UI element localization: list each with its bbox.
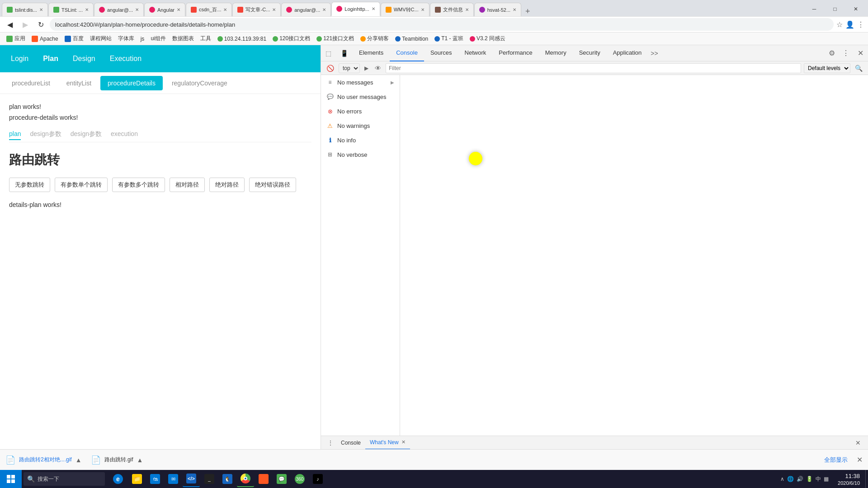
systray-extra-icon[interactable]: ▦: [824, 476, 829, 482]
start-button[interactable]: [0, 470, 22, 488]
taskbar-item-mail[interactable]: ✉: [165, 471, 182, 487]
systray-volume-icon[interactable]: 🔊: [797, 476, 803, 482]
taskbar-item-chrome[interactable]: [237, 471, 254, 487]
nav-login[interactable]: Login: [9, 51, 30, 66]
minimize-button[interactable]: ─: [804, 2, 825, 16]
bookmark-v32[interactable]: V3.2 同感云: [467, 34, 508, 43]
tab-close[interactable]: ✕: [85, 7, 89, 12]
inner-tab-design2[interactable]: design参数: [71, 128, 102, 140]
download-bar-close-icon[interactable]: ✕: [857, 455, 863, 464]
console-filter-input[interactable]: [386, 63, 801, 73]
console-clear-btn[interactable]: 🚫: [325, 65, 336, 72]
console-level-select[interactable]: Default levels: [804, 63, 850, 73]
browser-tab[interactable]: 文件信息 ✕: [430, 3, 474, 16]
console-search-btn[interactable]: 🔍: [853, 65, 864, 72]
devtools-settings-btn[interactable]: ⚙: [825, 45, 839, 61]
forward-button[interactable]: ▶: [19, 18, 32, 31]
bookmark-teambition[interactable]: Teambition: [392, 35, 431, 43]
bookmark-apps[interactable]: 应用: [4, 34, 28, 43]
settings-button[interactable]: ⋮: [857, 20, 864, 29]
browser-tab[interactable]: 写文章-C... ✕: [232, 3, 281, 16]
browser-tab[interactable]: Angular ✕: [144, 3, 185, 16]
reload-button[interactable]: ↻: [34, 18, 47, 31]
devtools-close-btn[interactable]: ✕: [853, 45, 868, 61]
nav-plan[interactable]: Plan: [41, 51, 60, 66]
close-button[interactable]: ✕: [845, 2, 866, 16]
download-arrow-1[interactable]: ▲: [75, 456, 82, 464]
taskbar-item-vscode[interactable]: </>: [183, 471, 200, 487]
devtools-panel-close-icon[interactable]: ✕: [852, 439, 864, 446]
inner-tab-design1[interactable]: design参数: [30, 128, 61, 140]
sidebar-item-warnings[interactable]: ⚠ No warnings: [321, 118, 400, 133]
btn-multi-param[interactable]: 有参数多个跳转: [112, 178, 165, 192]
systray-ime-icon[interactable]: 中: [816, 475, 821, 483]
subnav-procedurelist[interactable]: procedureList: [5, 76, 57, 90]
taskbar-item-qq[interactable]: 🐧: [219, 471, 236, 487]
taskbar-item-edge[interactable]: e: [108, 471, 127, 487]
console-filter-toggle[interactable]: ▶: [363, 65, 370, 71]
taskbar-item-explorer[interactable]: 📁: [128, 471, 146, 487]
inner-tab-plan[interactable]: plan: [9, 128, 21, 140]
subnav-regulatorycoverage[interactable]: regulatoryCoverage: [165, 76, 235, 90]
taskbar-clock[interactable]: 11:38 2020/6/10: [832, 472, 865, 486]
bookmark-data[interactable]: 数据图表: [170, 34, 197, 43]
tab-close[interactable]: ✕: [372, 6, 375, 11]
tab-close[interactable]: ✕: [177, 7, 180, 12]
subnav-entitylist[interactable]: entityList: [59, 76, 99, 90]
nav-design[interactable]: Design: [71, 51, 97, 66]
systray-battery-icon[interactable]: 🔋: [806, 476, 813, 482]
devtools-tab-security[interactable]: Security: [573, 45, 607, 61]
tab-close[interactable]: ✕: [465, 7, 469, 12]
devtools-tab-console[interactable]: Console: [390, 45, 424, 61]
browser-tab[interactable]: WMV转C... ✕: [381, 3, 429, 16]
back-button[interactable]: ◀: [4, 18, 16, 31]
address-field[interactable]: localhost:4200/#/plan/plan-home/procedur…: [50, 18, 834, 31]
subnav-proceduredetails[interactable]: procedureDetails: [100, 76, 163, 90]
taskbar-show-desktop[interactable]: [865, 470, 868, 488]
browser-tab[interactable]: hsvat-52... ✕: [474, 3, 521, 16]
console-eye-btn[interactable]: 👁: [373, 65, 383, 72]
tab-close[interactable]: ✕: [39, 7, 43, 12]
devtools-tab-memory[interactable]: Memory: [539, 45, 573, 61]
bookmark-font[interactable]: 字体库: [115, 34, 137, 43]
browser-tab[interactable]: tslint:dis... ✕: [2, 3, 48, 16]
devtools-tab-network[interactable]: Network: [458, 45, 493, 61]
bookmark-apache[interactable]: Apache: [29, 35, 61, 43]
btn-single-param[interactable]: 有参数单个跳转: [55, 178, 108, 192]
new-tab-button[interactable]: +: [522, 7, 534, 16]
restore-button[interactable]: □: [825, 2, 845, 16]
bookmark-share[interactable]: 分享销客: [358, 34, 392, 43]
devtools-tab-sources[interactable]: Sources: [424, 45, 458, 61]
bookmark-api1[interactable]: 120接口文档: [270, 34, 313, 43]
bottom-tab-console[interactable]: Console: [336, 436, 365, 450]
devtools-tab-application[interactable]: Application: [607, 45, 648, 61]
browser-tab[interactable]: csdn_百... ✕: [186, 3, 232, 16]
tab-close[interactable]: ✕: [322, 7, 326, 12]
browser-tab[interactable]: angular@... ✕: [281, 3, 331, 16]
bottom-bar-menu-icon[interactable]: ⋮: [325, 439, 336, 446]
bookmark-js[interactable]: js: [138, 35, 147, 43]
btn-no-param[interactable]: 无参数跳转: [9, 178, 50, 192]
systray-arrow[interactable]: ∧: [780, 476, 784, 482]
taskbar-item-paint[interactable]: [255, 471, 272, 487]
bookmark-api2[interactable]: 121接口文档: [314, 34, 357, 43]
taskbar-item-wechat[interactable]: 💬: [273, 471, 290, 487]
sidebar-item-errors[interactable]: ⊗ No errors: [321, 104, 400, 118]
taskbar-item-terminal[interactable]: _: [201, 471, 218, 487]
sidebar-item-info[interactable]: ℹ No info: [321, 133, 400, 147]
devtools-tab-elements[interactable]: Elements: [353, 45, 390, 61]
bottom-tab-close-icon[interactable]: ✕: [401, 439, 406, 445]
tab-close[interactable]: ✕: [135, 7, 139, 12]
devtools-tab-more[interactable]: >>: [648, 45, 660, 61]
btn-relative[interactable]: 相对路径: [170, 178, 205, 192]
bookmark-button[interactable]: ☆: [836, 20, 843, 29]
btn-absolute-error[interactable]: 绝对错误路径: [249, 178, 296, 192]
btn-absolute[interactable]: 绝对路径: [209, 178, 245, 192]
sidebar-item-user-messages[interactable]: 💬 No user messages: [321, 89, 400, 104]
taskbar-item-store[interactable]: 🛍: [146, 471, 164, 487]
tab-close[interactable]: ✕: [421, 7, 425, 12]
download-arrow-2[interactable]: ▲: [137, 456, 143, 464]
sidebar-item-messages[interactable]: ≡ No messages ▶: [321, 75, 400, 89]
browser-tab-active[interactable]: Loginhttp... ✕: [331, 2, 380, 16]
taskbar-item-360[interactable]: 360: [291, 471, 308, 487]
